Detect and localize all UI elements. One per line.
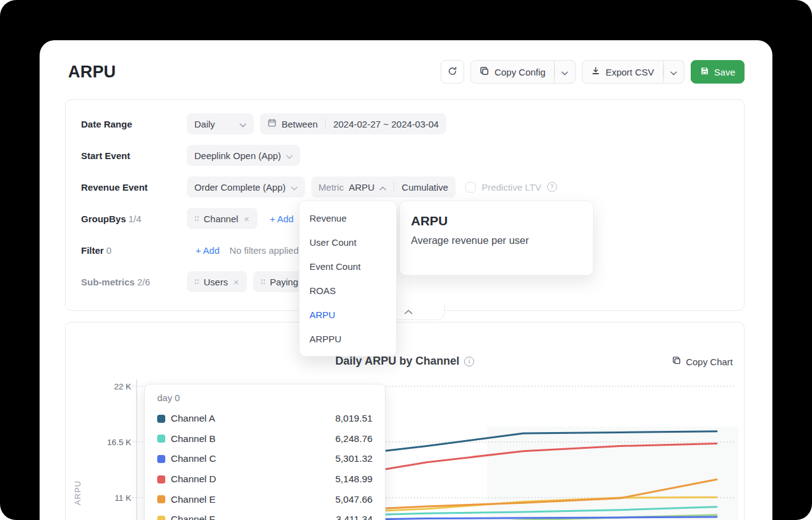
series-name: Channel B: [171, 433, 215, 444]
question-icon[interactable]: ?: [547, 182, 557, 192]
metric-option-roas[interactable]: ROAS: [300, 279, 396, 303]
metric-label: Metric: [319, 182, 344, 193]
start-event-label: Start Event: [81, 150, 187, 161]
drag-handle-icon[interactable]: [194, 278, 199, 285]
series-name: Channel F: [171, 514, 215, 520]
y-tick-label: 22 K: [74, 382, 131, 391]
metric-dropdown-menu: RevenueUser CountEvent CountROASARPUARPP…: [299, 201, 397, 357]
groupby-chip-channel[interactable]: Channel×: [187, 208, 257, 229]
chevron-up-icon[interactable]: [379, 182, 386, 193]
drag-handle-icon[interactable]: [194, 215, 199, 222]
export-csv-split-button: Export CSV: [582, 60, 684, 84]
screenshot-frame: ARPU Copy Config: [0, 0, 812, 520]
submetrics-label: Sub-metrics2/6: [81, 277, 187, 287]
series-swatch: [157, 415, 165, 423]
chevron-down-icon: [561, 67, 568, 77]
metric-info-description: Average revenue per user: [411, 235, 582, 246]
chart-tooltip: day 0 Channel A8,019.51Channel B6,248.76…: [144, 384, 386, 520]
metric-select[interactable]: ARPU: [348, 182, 374, 193]
refresh-button[interactable]: [441, 60, 464, 84]
chevron-down-icon: [286, 150, 293, 161]
series-swatch: [157, 495, 165, 503]
date-range-label: Date Range: [81, 119, 187, 129]
page-header: ARPU Copy Config: [68, 58, 745, 86]
export-csv-button[interactable]: Export CSV: [582, 60, 663, 84]
page-title: ARPU: [68, 63, 116, 82]
y-tick-label: 16.5 K: [74, 438, 131, 447]
cumulative-toggle[interactable]: Cumulative: [402, 182, 448, 193]
revenue-event-row: Revenue Event Order Complete (App) Metri…: [81, 176, 727, 197]
refresh-icon: [447, 66, 457, 78]
header-actions: Copy Config Export CSV: [441, 60, 745, 84]
chevron-down-icon: [670, 67, 677, 77]
start-event-select[interactable]: Deeplink Open (App): [187, 145, 300, 166]
metric-info-title: ARPU: [411, 214, 582, 228]
metric-option-arpu[interactable]: ARPU: [300, 303, 396, 327]
groupby-chips: Channel×+ Add: [187, 208, 293, 229]
chart-tooltip-row: Channel D5,148.99: [157, 469, 373, 490]
no-filters-text: No filters applied: [230, 245, 299, 256]
date-range-value: 2024-02-27 ~ 2024-03-04: [333, 119, 439, 129]
highlight-region: [487, 427, 738, 520]
submetrics-count: 2/6: [137, 277, 150, 287]
filter-label: Filter0: [81, 245, 187, 256]
save-button[interactable]: Save: [691, 60, 745, 84]
add-groupby-button[interactable]: + Add: [270, 214, 294, 224]
chart-tooltip-day: day 0: [157, 392, 373, 403]
series-value: 3,411.34: [336, 514, 373, 520]
add-filter-button[interactable]: + Add: [196, 245, 220, 256]
predictive-ltv-group: Predictive LTV ?: [465, 182, 556, 193]
chart-tooltip-row: Channel B6,248.76: [157, 429, 373, 449]
series-name: Channel A: [171, 413, 215, 424]
y-tick-label: 11 K: [74, 493, 131, 503]
export-csv-label: Export CSV: [605, 67, 654, 77]
series-name: Channel E: [171, 494, 215, 505]
series-swatch: [157, 516, 165, 520]
metric-option-revenue[interactable]: Revenue: [300, 206, 396, 230]
metric-option-user-count[interactable]: User Count: [300, 230, 396, 254]
series-value: 8,019.51: [335, 413, 373, 424]
predictive-ltv-checkbox[interactable]: [465, 182, 476, 193]
series-value: 5,047.66: [335, 494, 373, 505]
start-event-value: Deeplink Open (App): [194, 150, 281, 161]
chip-label: Channel: [204, 214, 238, 224]
copy-config-label: Copy Config: [495, 67, 546, 77]
series-swatch: [157, 455, 165, 463]
chip-label: Users: [204, 277, 228, 287]
copy-config-split-button: Copy Config: [470, 60, 576, 84]
groupbys-count: 1/4: [129, 214, 142, 224]
chevron-down-icon: [240, 119, 246, 129]
chart-tooltip-row: Channel F3,411.34: [157, 509, 373, 520]
close-icon[interactable]: ×: [233, 277, 240, 287]
groupbys-label: GroupBys1/4: [81, 214, 187, 224]
copy-config-dropdown-button[interactable]: [555, 60, 576, 84]
predictive-ltv-label: Predictive LTV: [482, 182, 541, 193]
save-icon: [700, 66, 709, 77]
copy-config-button[interactable]: Copy Config: [470, 60, 555, 84]
metric-option-event-count[interactable]: Event Count: [300, 254, 396, 279]
calendar-icon: [267, 118, 277, 129]
series-swatch: [157, 475, 165, 483]
revenue-event-select[interactable]: Order Complete (App): [187, 176, 305, 197]
granularity-select[interactable]: Daily: [187, 113, 254, 134]
y-axis-title: ARPU: [73, 480, 82, 505]
series-name: Channel D: [171, 474, 216, 485]
chart-tooltip-row: Channel E5,047.66: [157, 489, 373, 509]
revenue-event-label: Revenue Event: [81, 182, 187, 193]
metric-cumulative-group: Metric ARPU Cumulative: [311, 176, 456, 197]
series-name: Channel C: [171, 453, 216, 464]
metric-info-card: ARPU Average revenue per user: [399, 201, 594, 275]
save-label: Save: [714, 67, 735, 77]
submetric-chip-users[interactable]: Users×: [187, 271, 247, 292]
series-value: 6,248.76: [335, 433, 373, 444]
chevron-up-icon: [404, 310, 413, 314]
export-csv-dropdown-button[interactable]: [663, 60, 685, 84]
series-swatch: [157, 435, 165, 443]
drag-handle-icon[interactable]: [261, 278, 265, 285]
metric-option-arppu[interactable]: ARPPU: [300, 327, 396, 351]
series-value: 5,148.99: [335, 474, 373, 485]
date-mode-label: Between: [282, 119, 317, 129]
date-range-picker[interactable]: Between 2024-02-27 ~ 2024-03-04: [260, 113, 446, 134]
close-icon[interactable]: ×: [243, 214, 250, 223]
date-range-row: Date Range Daily Between: [81, 113, 727, 134]
